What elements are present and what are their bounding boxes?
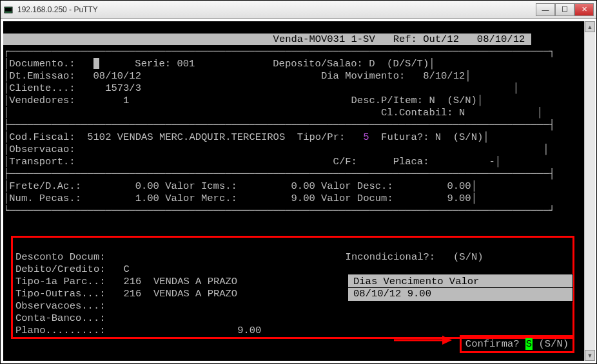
numpecas-value: 1.00 bbox=[135, 193, 159, 204]
serie-value: 001 bbox=[177, 58, 195, 70]
documento-label: Documento.: bbox=[9, 58, 75, 70]
clcontabil-value: N bbox=[459, 107, 465, 119]
table-row: 08/10/12 9.00 bbox=[348, 288, 573, 300]
scroll-down-button[interactable]: ▼ bbox=[585, 350, 595, 361]
futura-options: (S/N) bbox=[453, 131, 484, 143]
observacao-label: Observacao: bbox=[9, 144, 75, 155]
confirm-prompt-highlight: Confirma? S (S/N) bbox=[460, 335, 574, 353]
tipo1a-desc: VENDAS A PRAZO bbox=[153, 276, 237, 287]
plano-value: 9.00 bbox=[237, 325, 261, 336]
maximize-button[interactable]: ☐ bbox=[555, 3, 574, 16]
close-button[interactable]: ✕ bbox=[574, 3, 594, 16]
deposito-options: (D/S/T) bbox=[387, 58, 429, 70]
tipooutras-label: Tipo-Outras...: bbox=[15, 288, 106, 300]
frete-label: Frete/D.Ac.: bbox=[9, 180, 81, 192]
header-bar: Venda-MOV031 1-SV Ref: Out/12 08/10/12 bbox=[3, 34, 531, 45]
minimize-button[interactable]: — bbox=[536, 3, 555, 16]
vendedores-value: 1 bbox=[123, 95, 129, 106]
tipo1a-value: 216 bbox=[123, 276, 141, 287]
installments-table: Dias Vencimento Valor 08/10/12 9.00 bbox=[347, 274, 573, 302]
vdesc-value: 0.00 bbox=[447, 180, 471, 192]
svg-marker-3 bbox=[442, 336, 452, 345]
annotation-arrow-icon bbox=[394, 334, 452, 349]
terminal-area[interactable]: Venda-MOV031 1-SV Ref: Out/12 08/10/12 ┌… bbox=[2, 20, 595, 362]
vdesc-label: Valor Desc.: bbox=[321, 180, 393, 192]
confirm-input[interactable]: S bbox=[525, 338, 533, 350]
scroll-up-button[interactable]: ▲ bbox=[585, 21, 595, 32]
tipo1a-label: Tipo-1a Parc..: bbox=[15, 276, 106, 287]
deposito-value: D bbox=[369, 58, 375, 70]
window-controls: — ☐ ✕ bbox=[536, 3, 594, 16]
deposito-label: Deposito/Salao: bbox=[273, 58, 363, 70]
serie-label: Serie: bbox=[135, 58, 171, 70]
descp-label: Desc.P/Item: bbox=[351, 95, 424, 106]
codfiscal-value: 5102 bbox=[87, 131, 111, 143]
contabanco-label: Conta-Banco...: bbox=[15, 312, 106, 324]
vendedores-label: Vendedores: bbox=[9, 95, 75, 106]
tipooutras-value: 216 bbox=[123, 288, 141, 300]
cell-valor: 9.00 bbox=[407, 288, 431, 300]
confirm-label: Confirma? bbox=[465, 338, 520, 350]
vmerc-value: 9.00 bbox=[291, 193, 315, 204]
vdocum-value: 9.00 bbox=[447, 193, 471, 204]
dtemissao-label: Dt.Emissao: bbox=[9, 70, 75, 82]
vicms-value: 0.00 bbox=[291, 180, 315, 192]
tipopr-label: Tipo/Pr: bbox=[297, 131, 345, 143]
putty-icon bbox=[3, 5, 14, 15]
plano-label: Plano.........: bbox=[15, 325, 106, 336]
terminal-content: Venda-MOV031 1-SV Ref: Out/12 08/10/12 ┌… bbox=[3, 21, 594, 217]
col-valor: Valor bbox=[449, 276, 480, 287]
placa-value: - bbox=[489, 156, 494, 168]
putty-window: 192.168.0.250 - PuTTY — ☐ ✕ Venda-MOV031… bbox=[0, 0, 597, 364]
futura-value: N bbox=[435, 131, 441, 143]
diamov-label: Dia Movimento: bbox=[321, 70, 405, 82]
clcontabil-label: Cl.Contabil: bbox=[381, 107, 453, 119]
transport-label: Transport.: bbox=[9, 156, 75, 168]
scroll-track[interactable] bbox=[585, 32, 595, 350]
numpecas-label: Num. Pecas.: bbox=[9, 193, 81, 204]
incond-label: Incondicional?: bbox=[346, 251, 436, 263]
confirm-options: (S/N) bbox=[538, 338, 569, 350]
observacoes-label: Observacoes...: bbox=[15, 300, 106, 312]
tipopr-value: 5 bbox=[363, 131, 369, 143]
titlebar: 192.168.0.250 - PuTTY — ☐ ✕ bbox=[1, 1, 596, 19]
cliente-label: Cliente...: bbox=[9, 82, 75, 94]
placa-label: Placa: bbox=[393, 156, 429, 168]
tipooutras-desc: VENDAS A PRAZO bbox=[153, 288, 237, 300]
documento-cursor[interactable] bbox=[93, 58, 99, 69]
frete-value: 0.00 bbox=[135, 180, 159, 192]
dtemissao-value: 08/10/12 bbox=[93, 70, 141, 82]
vicms-label: Valor Icms.: bbox=[165, 180, 237, 192]
descdocum-label: Desconto Docum: bbox=[15, 251, 106, 263]
codfiscal-desc: VENDAS MERC.ADQUIR.TERCEIROS bbox=[117, 131, 285, 143]
col-dias: Dias bbox=[353, 276, 377, 287]
col-vencimento: Vencimento bbox=[384, 276, 444, 287]
futura-label: Futura?: bbox=[381, 131, 429, 143]
window-title: 192.168.0.250 - PuTTY bbox=[17, 5, 98, 14]
vmerc-label: Valor Merc.: bbox=[165, 193, 237, 204]
diamov-value: 8/10/12 bbox=[423, 70, 465, 82]
incond-options: (S/N) bbox=[453, 251, 484, 263]
debcred-value: C bbox=[123, 263, 129, 275]
svg-rect-1 bbox=[5, 8, 12, 12]
vdocum-label: Valor Docum: bbox=[321, 193, 393, 204]
cell-vencimento: 08/10/12 bbox=[353, 288, 401, 300]
codfiscal-label: Cod.Fiscal: bbox=[9, 131, 75, 143]
scrollbar[interactable]: ▲ ▼ bbox=[584, 21, 595, 361]
debcred-label: Debito/Credito: bbox=[15, 263, 106, 275]
cliente-value: 1573/3 bbox=[105, 82, 141, 94]
descp-value: N bbox=[429, 95, 435, 106]
cf-label: C/F: bbox=[333, 156, 357, 168]
descp-options: (S/N) bbox=[447, 95, 477, 106]
